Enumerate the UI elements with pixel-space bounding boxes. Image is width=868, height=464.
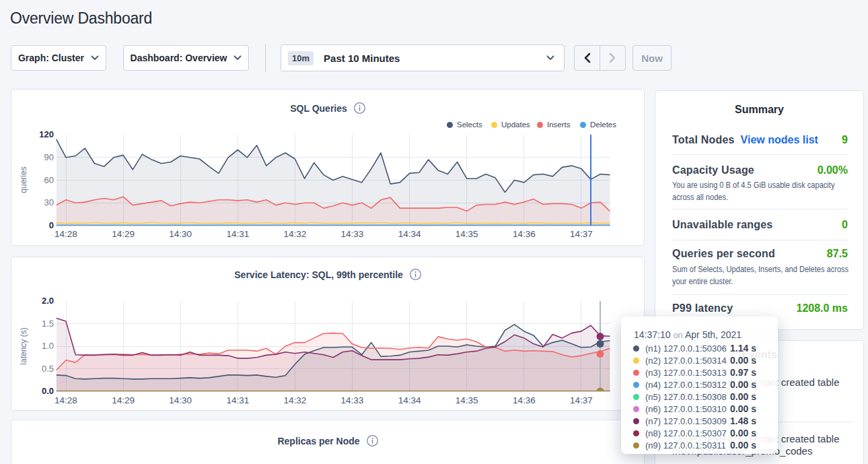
svg-text:14:30: 14:30 (169, 229, 192, 239)
svg-text:14:32: 14:32 (284, 395, 307, 405)
svg-text:60: 60 (44, 175, 54, 185)
svg-text:14:31: 14:31 (226, 229, 249, 239)
svg-text:14:28: 14:28 (55, 395, 77, 405)
svg-text:14:29: 14:29 (112, 395, 135, 405)
svg-text:queries: queries (19, 166, 28, 193)
svg-text:0: 0 (49, 220, 54, 230)
svg-text:14:29: 14:29 (112, 229, 135, 239)
svg-text:14:35: 14:35 (456, 395, 478, 405)
svg-text:0.5: 0.5 (42, 364, 54, 374)
svg-text:2.0: 2.0 (42, 296, 54, 306)
svg-text:14:35: 14:35 (456, 229, 478, 239)
svg-text:14:33: 14:33 (341, 395, 364, 405)
svg-text:14:28: 14:28 (55, 229, 77, 239)
svg-text:1.5: 1.5 (42, 319, 54, 329)
svg-text:14:37: 14:37 (570, 229, 593, 239)
svg-text:14:36: 14:36 (513, 395, 536, 405)
svg-text:120: 120 (39, 129, 54, 139)
svg-text:14:31: 14:31 (226, 395, 249, 405)
svg-text:90: 90 (44, 152, 54, 162)
svg-text:14:37: 14:37 (570, 395, 593, 405)
svg-text:30: 30 (44, 197, 54, 207)
svg-text:latency (s): latency (s) (19, 327, 28, 364)
svg-text:14:32: 14:32 (284, 229, 307, 239)
svg-text:14:30: 14:30 (169, 395, 192, 405)
svg-text:0.0: 0.0 (42, 386, 54, 396)
svg-text:1.0: 1.0 (42, 341, 54, 351)
svg-text:14:34: 14:34 (398, 395, 421, 405)
svg-text:14:34: 14:34 (398, 229, 421, 239)
svg-text:14:33: 14:33 (341, 229, 364, 239)
svg-text:14:36: 14:36 (513, 229, 536, 239)
